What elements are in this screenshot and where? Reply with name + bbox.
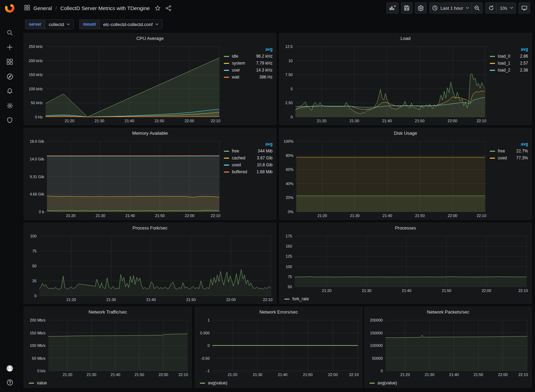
dashboard-settings-button[interactable] [415,2,427,14]
legend-series-free[interactable]: free [224,148,253,155]
time-range-picker[interactable]: Last 1 hour [429,2,471,14]
svg-text:21:30: 21:30 [349,119,359,123]
panel-title-network-packets[interactable]: Network Packets/sec [365,307,532,317]
server-admin-shield-icon[interactable] [6,117,13,124]
cycle-view-button[interactable] [519,2,530,14]
legend-network-errors: avg(value) [195,378,362,387]
chart-load[interactable]: 02.5057.501012.521:2021:3021:4021:5022:0… [279,43,490,125]
svg-text:150 kHz: 150 kHz [29,73,43,77]
search-icon[interactable] [6,29,13,36]
panel-title-disk-usage[interactable]: Disk Usage [279,128,532,138]
series-color-dash [370,383,375,384]
legend-row: system7.79 kHz [224,60,273,67]
legend-series-system[interactable]: system [224,60,251,67]
configuration-gear-icon[interactable] [6,102,13,109]
legend-series-load_0[interactable]: load_0 [490,53,517,60]
panel-title-load[interactable]: Load [279,33,532,43]
svg-text:21:50: 21:50 [155,119,164,123]
svg-text:21:40: 21:40 [111,373,120,377]
chart-memory-available[interactable]: 0 b4.66 Gib9.31 Gib14.0 Gib18.6 Gib21:20… [24,138,224,219]
legend-series-fork_rate[interactable]: fork_rate [284,297,309,301]
svg-text:21:40: 21:40 [146,298,156,302]
legend-series-wait[interactable]: wait [224,74,251,81]
legend-series-load_1[interactable]: load_1 [490,60,517,67]
chart-disk-usage[interactable]: 0%20%40%60%80%100%21:2021:3021:4021:5022… [279,138,490,219]
legend-series-used[interactable]: used [490,155,512,161]
svg-text:22:00: 22:00 [185,214,195,218]
chart-canvas: 507510012515017521:2021:3021:4021:5022:0… [279,233,532,294]
svg-text:20%: 20% [286,195,293,200]
legend-row: load_02.86 [490,53,528,60]
refresh-button[interactable] [485,2,496,14]
legend-series-avg(value)[interactable]: avg(value) [200,381,227,385]
chart-network-packets[interactable]: 05000010000015000020000021:2021:3021:402… [365,317,532,378]
svg-text:21:40: 21:40 [402,289,412,293]
legend-memory-available: avgfree344 Mibcached3.67 Gibused10.8 Gib… [224,138,276,219]
panel-title-processes[interactable]: Processes [279,223,532,233]
series-color-dash [29,383,34,384]
save-dashboard-button[interactable] [401,2,412,14]
zoom-out-button[interactable] [471,2,483,14]
svg-text:21:30: 21:30 [106,298,116,302]
variable-label-server: server [25,19,45,29]
svg-text:0 b/s: 0 b/s [37,369,46,373]
legend-series-value[interactable]: value [29,381,47,385]
svg-text:0 b: 0 b [39,210,44,214]
legend-series-avg-value: 96.2 kHz [251,53,273,60]
svg-text:22:10: 22:10 [211,214,220,218]
explore-compass-icon[interactable] [6,73,13,80]
add-panel-button[interactable]: + [387,2,398,14]
legend-series-avg(value)[interactable]: avg(value) [370,381,397,385]
svg-text:0: 0 [208,343,210,348]
svg-text:21:50: 21:50 [415,214,425,218]
panel-network-packets: Network Packets/sec050000100000150000200… [364,307,532,388]
svg-text:21:50: 21:50 [155,214,165,218]
refresh-interval-dropdown[interactable]: 10s [496,2,516,14]
legend-series-user[interactable]: user [224,67,251,74]
svg-text:150000: 150000 [370,331,383,335]
panel-title-cpu-average[interactable]: CPU Average [24,33,276,43]
alerting-bell-icon[interactable] [6,87,13,94]
panel-title-process-fork[interactable]: Process Fork/sec [24,223,276,233]
chart-cpu-average[interactable]: 0 Hz50 kHz100 kHz150 kHz200 kHz250 kHz21… [24,43,224,125]
dashboards-icon[interactable] [6,58,13,65]
panel-load: Load02.5057.501012.521:2021:3021:4021:50… [279,33,532,125]
star-icon[interactable] [155,5,161,11]
series-color-dash [490,151,495,152]
breadcrumb-folder[interactable]: General [33,5,52,11]
legend-series-idle[interactable]: idle [224,53,251,60]
legend-series-avg-value: 14.3 kHz [251,67,273,74]
grafana-logo[interactable] [4,2,16,14]
plus-icon[interactable] [6,44,13,51]
panel-title-network-errors[interactable]: Network Errors/sec [195,307,362,317]
avatar[interactable] [6,365,13,372]
svg-text:21:20: 21:20 [322,289,332,293]
svg-text:0: 0 [291,115,293,119]
legend-series-used[interactable]: used [224,161,253,168]
svg-text:80%: 80% [286,153,293,158]
svg-text:21:30: 21:30 [87,373,96,377]
legend-series-load_2[interactable]: load_2 [490,67,517,74]
legend-avg-header: avg [512,141,528,148]
legend-series-free[interactable]: free [490,148,512,155]
svg-text:0 Hz: 0 Hz [35,115,43,119]
svg-text:60%: 60% [286,167,293,172]
share-icon[interactable] [165,5,171,11]
chevron-down-icon [155,23,159,25]
chart-network-errors[interactable]: -1-0.5000.500121:2021:3021:4021:5022:002… [195,317,362,378]
panel-memory-available: Memory Available0 b4.66 Gib9.31 Gib14.0 … [24,128,276,220]
panel-title-memory-available[interactable]: Memory Available [24,128,276,138]
variable-value-mount[interactable]: etc-collectd-collectd.conf [99,19,162,29]
svg-text:22:00: 22:00 [448,214,457,218]
legend-series-cached[interactable]: cached [224,155,253,161]
chart-process-fork[interactable]: 025507510021:2021:3021:4021:5022:0022:10 [24,233,276,303]
panel-title-network-traffic[interactable]: Network Traffic/sec [24,307,192,317]
legend-series-buffered[interactable]: buffered [224,168,253,175]
chart-network-traffic[interactable]: 0 b/s50 Mb/s100 Mb/s150 Mb/s200 Mb/s21:2… [24,317,192,378]
variable-value-server[interactable]: collectd [45,19,74,29]
refresh-interval-label: 10s [500,6,507,11]
help-icon[interactable] [6,379,13,386]
dashboard-title[interactable]: CollectD Server Metrics with TDengine [60,5,150,11]
chart-processes[interactable]: 507510012515017521:2021:3021:4021:5022:0… [279,233,532,294]
series-color-dash [490,158,495,159]
